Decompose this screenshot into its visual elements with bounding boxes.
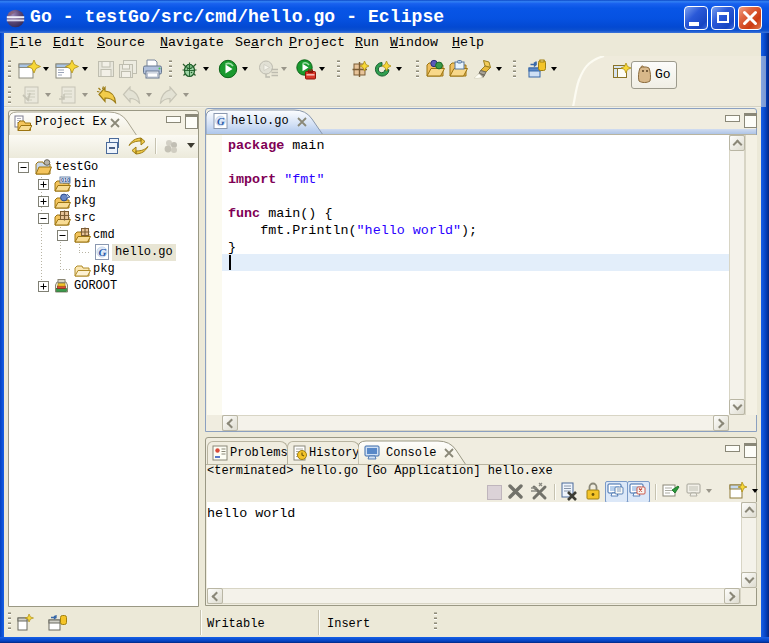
- svg-text:010: 010: [61, 177, 70, 183]
- svg-text:G: G: [217, 116, 225, 127]
- svg-text:G: G: [99, 246, 107, 258]
